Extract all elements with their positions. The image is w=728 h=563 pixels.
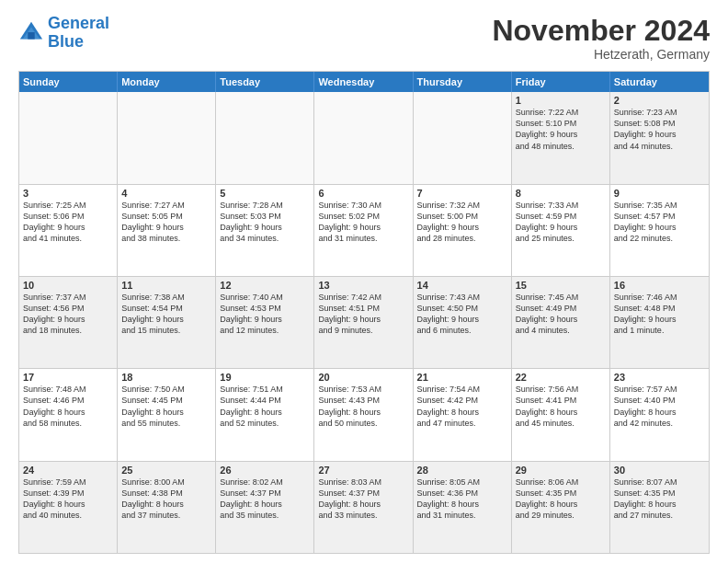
cal-cell: 21Sunrise: 7:54 AM Sunset: 4:42 PM Dayli… [414, 369, 512, 460]
cell-info: Sunrise: 7:23 AM Sunset: 5:08 PM Dayligh… [614, 107, 705, 152]
day-number: 23 [614, 372, 705, 383]
day-number: 29 [516, 465, 606, 476]
cal-cell: 16Sunrise: 7:46 AM Sunset: 4:48 PM Dayli… [610, 277, 709, 368]
calendar-border: SundayMondayTuesdayWednesdayThursdayFrid… [18, 71, 710, 554]
cal-cell: 18Sunrise: 7:50 AM Sunset: 4:45 PM Dayli… [118, 369, 216, 460]
cal-cell: 9Sunrise: 7:35 AM Sunset: 4:57 PM Daylig… [610, 185, 709, 276]
cell-info: Sunrise: 7:37 AM Sunset: 4:56 PM Dayligh… [23, 292, 113, 337]
day-number: 19 [220, 372, 310, 383]
cal-cell: 23Sunrise: 7:57 AM Sunset: 4:40 PM Dayli… [610, 369, 709, 460]
cell-info: Sunrise: 7:42 AM Sunset: 4:51 PM Dayligh… [318, 292, 408, 337]
svg-rect-2 [28, 32, 34, 39]
page: General Blue November 2024 Hetzerath, Ge… [0, 0, 728, 563]
cal-cell: 4Sunrise: 7:27 AM Sunset: 5:05 PM Daylig… [118, 185, 216, 276]
cal-row-3: 17Sunrise: 7:48 AM Sunset: 4:46 PM Dayli… [19, 369, 709, 461]
cell-info: Sunrise: 7:40 AM Sunset: 4:53 PM Dayligh… [220, 292, 310, 337]
subtitle: Hetzerath, Germany [492, 47, 710, 62]
day-number: 25 [121, 465, 211, 476]
cell-info: Sunrise: 7:22 AM Sunset: 5:10 PM Dayligh… [516, 107, 606, 152]
cal-cell: 3Sunrise: 7:25 AM Sunset: 5:06 PM Daylig… [19, 185, 118, 276]
day-number: 18 [121, 372, 211, 383]
cal-cell: 6Sunrise: 7:30 AM Sunset: 5:02 PM Daylig… [314, 185, 413, 276]
cal-cell [118, 92, 216, 183]
cal-cell: 13Sunrise: 7:42 AM Sunset: 4:51 PM Dayli… [314, 277, 413, 368]
cal-header-thursday: Thursday [414, 72, 512, 92]
cal-row-1: 3Sunrise: 7:25 AM Sunset: 5:06 PM Daylig… [19, 185, 709, 277]
cell-info: Sunrise: 7:56 AM Sunset: 4:41 PM Dayligh… [516, 384, 606, 429]
cell-info: Sunrise: 7:48 AM Sunset: 4:46 PM Dayligh… [23, 384, 113, 429]
cal-header-friday: Friday [512, 72, 610, 92]
day-number: 21 [417, 372, 507, 383]
cal-cell [19, 92, 118, 183]
day-number: 3 [23, 188, 113, 199]
cal-cell: 17Sunrise: 7:48 AM Sunset: 4:46 PM Dayli… [19, 369, 118, 460]
cell-info: Sunrise: 8:03 AM Sunset: 4:37 PM Dayligh… [318, 477, 408, 522]
day-number: 17 [23, 372, 113, 383]
cal-cell: 25Sunrise: 8:00 AM Sunset: 4:38 PM Dayli… [118, 462, 216, 553]
day-number: 22 [516, 372, 606, 383]
day-number: 24 [23, 465, 113, 476]
cal-cell: 28Sunrise: 8:05 AM Sunset: 4:36 PM Dayli… [414, 462, 512, 553]
day-number: 5 [220, 188, 310, 199]
cell-info: Sunrise: 7:46 AM Sunset: 4:48 PM Dayligh… [614, 292, 705, 337]
cell-info: Sunrise: 7:50 AM Sunset: 4:45 PM Dayligh… [121, 384, 211, 429]
cal-cell: 20Sunrise: 7:53 AM Sunset: 4:43 PM Dayli… [314, 369, 413, 460]
day-number: 16 [614, 280, 705, 291]
day-number: 8 [516, 188, 606, 199]
cal-cell: 26Sunrise: 8:02 AM Sunset: 4:37 PM Dayli… [216, 462, 314, 553]
logo: General Blue [18, 15, 109, 52]
main-title: November 2024 [492, 15, 710, 47]
cal-cell: 5Sunrise: 7:28 AM Sunset: 5:03 PM Daylig… [216, 185, 314, 276]
cell-info: Sunrise: 7:28 AM Sunset: 5:03 PM Dayligh… [220, 200, 310, 245]
cell-info: Sunrise: 8:07 AM Sunset: 4:35 PM Dayligh… [614, 477, 705, 522]
cal-row-2: 10Sunrise: 7:37 AM Sunset: 4:56 PM Dayli… [19, 277, 709, 369]
day-number: 13 [318, 280, 408, 291]
day-number: 20 [318, 372, 408, 383]
cal-cell: 8Sunrise: 7:33 AM Sunset: 4:59 PM Daylig… [512, 185, 610, 276]
cal-cell: 15Sunrise: 7:45 AM Sunset: 4:49 PM Dayli… [512, 277, 610, 368]
cell-info: Sunrise: 8:00 AM Sunset: 4:38 PM Dayligh… [121, 477, 211, 522]
day-number: 15 [516, 280, 606, 291]
day-number: 1 [516, 95, 606, 106]
day-number: 14 [417, 280, 507, 291]
day-number: 26 [220, 465, 310, 476]
title-block: November 2024 Hetzerath, Germany [492, 15, 710, 62]
calendar-body: 1Sunrise: 7:22 AM Sunset: 5:10 PM Daylig… [19, 92, 709, 553]
cal-cell: 24Sunrise: 7:59 AM Sunset: 4:39 PM Dayli… [19, 462, 118, 553]
cal-cell: 27Sunrise: 8:03 AM Sunset: 4:37 PM Dayli… [314, 462, 413, 553]
logo-icon [18, 20, 44, 46]
cal-cell: 2Sunrise: 7:23 AM Sunset: 5:08 PM Daylig… [610, 92, 709, 183]
cal-cell [314, 92, 413, 183]
cell-info: Sunrise: 7:51 AM Sunset: 4:44 PM Dayligh… [220, 384, 310, 429]
cal-cell [216, 92, 314, 183]
logo-text: General Blue [48, 15, 109, 52]
cell-info: Sunrise: 7:54 AM Sunset: 4:42 PM Dayligh… [417, 384, 507, 429]
cal-cell: 14Sunrise: 7:43 AM Sunset: 4:50 PM Dayli… [414, 277, 512, 368]
cal-header-wednesday: Wednesday [314, 72, 413, 92]
cell-info: Sunrise: 7:27 AM Sunset: 5:05 PM Dayligh… [121, 200, 211, 245]
header: General Blue November 2024 Hetzerath, Ge… [18, 15, 710, 62]
day-number: 7 [417, 188, 507, 199]
cal-cell: 12Sunrise: 7:40 AM Sunset: 4:53 PM Dayli… [216, 277, 314, 368]
cell-info: Sunrise: 7:57 AM Sunset: 4:40 PM Dayligh… [614, 384, 705, 429]
cal-cell: 11Sunrise: 7:38 AM Sunset: 4:54 PM Dayli… [118, 277, 216, 368]
cell-info: Sunrise: 7:35 AM Sunset: 4:57 PM Dayligh… [614, 200, 705, 245]
cal-cell: 19Sunrise: 7:51 AM Sunset: 4:44 PM Dayli… [216, 369, 314, 460]
cal-cell: 29Sunrise: 8:06 AM Sunset: 4:35 PM Dayli… [512, 462, 610, 553]
cal-header-tuesday: Tuesday [216, 72, 314, 92]
cell-info: Sunrise: 7:38 AM Sunset: 4:54 PM Dayligh… [121, 292, 211, 337]
day-number: 30 [614, 465, 705, 476]
day-number: 11 [121, 280, 211, 291]
day-number: 28 [417, 465, 507, 476]
cal-cell: 30Sunrise: 8:07 AM Sunset: 4:35 PM Dayli… [610, 462, 709, 553]
day-number: 10 [23, 280, 113, 291]
cell-info: Sunrise: 8:05 AM Sunset: 4:36 PM Dayligh… [417, 477, 507, 522]
day-number: 12 [220, 280, 310, 291]
cell-info: Sunrise: 7:25 AM Sunset: 5:06 PM Dayligh… [23, 200, 113, 245]
cal-row-4: 24Sunrise: 7:59 AM Sunset: 4:39 PM Dayli… [19, 462, 709, 553]
cal-cell: 7Sunrise: 7:32 AM Sunset: 5:00 PM Daylig… [414, 185, 512, 276]
cal-cell [414, 92, 512, 183]
cell-info: Sunrise: 7:53 AM Sunset: 4:43 PM Dayligh… [318, 384, 408, 429]
cal-header-saturday: Saturday [610, 72, 709, 92]
day-number: 2 [614, 95, 705, 106]
